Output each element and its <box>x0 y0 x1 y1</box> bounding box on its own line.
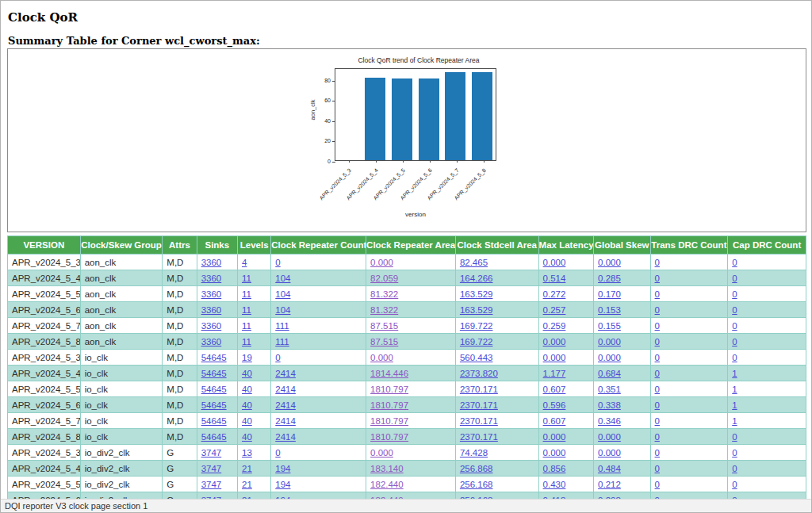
metric-link[interactable]: 0 <box>732 321 737 331</box>
metric-link[interactable]: 0 <box>655 274 660 283</box>
metric-link[interactable]: 2370.171 <box>460 416 498 426</box>
metric-link[interactable]: 1810.797 <box>370 416 408 426</box>
metric-link[interactable]: 0 <box>655 448 660 457</box>
metric-link[interactable]: 1 <box>732 385 737 394</box>
metric-link[interactable]: 2370.171 <box>460 400 498 410</box>
metric-link[interactable]: 0 <box>732 432 737 442</box>
metric-link[interactable]: 40 <box>242 432 252 442</box>
metric-link[interactable]: 0 <box>732 464 737 473</box>
metric-link[interactable]: 2414 <box>275 385 296 394</box>
metric-link[interactable]: 3360 <box>201 289 222 299</box>
metric-link[interactable]: 3360 <box>201 274 222 283</box>
metric-link[interactable]: 0.000 <box>370 353 393 362</box>
metric-link[interactable]: 169.722 <box>460 337 493 346</box>
metric-link[interactable]: 54645 <box>201 432 227 442</box>
metric-link[interactable]: 0 <box>655 353 660 362</box>
metric-link[interactable]: 0.338 <box>598 400 621 410</box>
metric-link[interactable]: 82.465 <box>460 258 488 267</box>
metric-link[interactable]: 81.322 <box>370 305 398 315</box>
metric-link[interactable]: 0 <box>732 289 737 299</box>
metric-link[interactable]: 0.000 <box>543 258 566 267</box>
metric-link[interactable]: 0 <box>655 289 660 299</box>
metric-link[interactable]: 1810.797 <box>370 432 408 442</box>
metric-link[interactable]: 0.430 <box>543 480 566 489</box>
metric-link[interactable]: 0.257 <box>543 305 566 315</box>
metric-link[interactable]: 0.170 <box>598 289 621 299</box>
metric-link[interactable]: 40 <box>242 385 252 394</box>
metric-link[interactable]: 11 <box>242 321 251 331</box>
metric-link[interactable]: 1 <box>732 416 737 426</box>
metric-link[interactable]: 256.168 <box>460 480 493 489</box>
metric-link[interactable]: 0.596 <box>543 400 566 410</box>
metric-link[interactable]: 104 <box>275 305 290 315</box>
metric-link[interactable]: 11 <box>242 305 251 315</box>
metric-link[interactable]: 0 <box>732 337 737 346</box>
metric-link[interactable]: 54645 <box>201 369 227 378</box>
metric-link[interactable]: 0.346 <box>598 416 621 426</box>
metric-link[interactable]: 81.322 <box>370 289 398 299</box>
metric-link[interactable]: 0 <box>275 353 280 362</box>
metric-link[interactable]: 0 <box>655 400 660 410</box>
metric-link[interactable]: 0 <box>655 337 660 346</box>
metric-link[interactable]: 0.000 <box>598 337 621 346</box>
metric-link[interactable]: 0.000 <box>370 258 393 267</box>
metric-link[interactable]: 194 <box>275 480 290 489</box>
metric-link[interactable]: 0 <box>655 432 660 442</box>
metric-link[interactable]: 0.856 <box>543 464 566 473</box>
metric-link[interactable]: 87.515 <box>370 337 398 346</box>
metric-link[interactable]: 1 <box>732 369 737 378</box>
metric-link[interactable]: 1810.797 <box>370 400 408 410</box>
metric-link[interactable]: 0.272 <box>543 289 566 299</box>
metric-link[interactable]: 3747 <box>201 448 222 457</box>
metric-link[interactable]: 0.514 <box>543 274 566 283</box>
metric-link[interactable]: 0 <box>655 258 660 267</box>
metric-link[interactable]: 3360 <box>201 321 222 331</box>
metric-link[interactable]: 3360 <box>201 305 222 315</box>
metric-link[interactable]: 87.515 <box>370 321 398 331</box>
metric-link[interactable]: 0 <box>732 274 737 283</box>
metric-link[interactable]: 54645 <box>201 353 227 362</box>
metric-link[interactable]: 0.684 <box>598 369 621 378</box>
metric-link[interactable]: 0 <box>732 353 737 362</box>
metric-link[interactable]: 194 <box>275 464 290 473</box>
metric-link[interactable]: 2414 <box>275 432 296 442</box>
metric-link[interactable]: 256.868 <box>460 464 493 473</box>
metric-link[interactable]: 21 <box>242 480 252 489</box>
metric-link[interactable]: 3360 <box>201 337 222 346</box>
metric-link[interactable]: 13 <box>242 448 252 457</box>
metric-link[interactable]: 0 <box>275 258 280 267</box>
metric-link[interactable]: 0.285 <box>598 274 621 283</box>
metric-link[interactable]: 0 <box>732 258 737 267</box>
metric-link[interactable]: 0 <box>655 385 660 394</box>
metric-link[interactable]: 0.484 <box>598 464 621 473</box>
metric-link[interactable]: 0.607 <box>543 416 566 426</box>
metric-link[interactable]: 0.000 <box>543 353 566 362</box>
metric-link[interactable]: 21 <box>242 464 252 473</box>
metric-link[interactable]: 54645 <box>201 385 227 394</box>
metric-link[interactable]: 111 <box>275 337 289 346</box>
metric-link[interactable]: 0.351 <box>598 385 621 394</box>
metric-link[interactable]: 0.000 <box>598 432 621 442</box>
metric-link[interactable]: 11 <box>242 274 251 283</box>
metric-link[interactable]: 4 <box>242 258 247 267</box>
metric-link[interactable]: 182.440 <box>370 480 404 489</box>
metric-link[interactable]: 0.000 <box>598 258 621 267</box>
metric-link[interactable]: 560.443 <box>460 353 493 362</box>
metric-link[interactable]: 0.607 <box>543 385 566 394</box>
metric-link[interactable]: 0.000 <box>598 353 621 362</box>
metric-link[interactable]: 19 <box>242 353 252 362</box>
metric-link[interactable]: 104 <box>275 289 290 299</box>
metric-link[interactable]: 1810.797 <box>370 385 408 394</box>
metric-link[interactable]: 54645 <box>201 416 227 426</box>
metric-link[interactable]: 0 <box>655 305 660 315</box>
metric-link[interactable]: 74.428 <box>460 448 488 457</box>
metric-link[interactable]: 1.177 <box>543 369 566 378</box>
metric-link[interactable]: 0.000 <box>543 432 566 442</box>
metric-link[interactable]: 0 <box>655 321 660 331</box>
metric-link[interactable]: 0 <box>655 480 660 489</box>
metric-link[interactable]: 0.000 <box>370 448 393 457</box>
metric-link[interactable]: 11 <box>242 337 251 346</box>
metric-link[interactable]: 82.059 <box>370 274 398 283</box>
metric-link[interactable]: 3360 <box>201 258 222 267</box>
metric-link[interactable]: 0.000 <box>543 448 566 457</box>
